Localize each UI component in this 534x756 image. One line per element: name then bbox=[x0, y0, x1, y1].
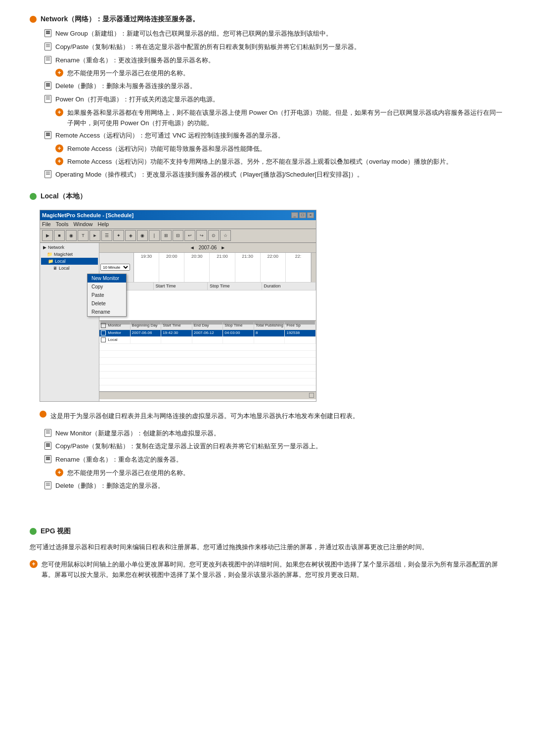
epg-section: EPG 视图 您可通过选择显示器和日程表时间来编辑日程表和注册屏幕。您可通过拖拽… bbox=[30, 527, 504, 580]
nav-prev[interactable]: ◄ bbox=[190, 245, 195, 250]
toolbar-btn-2[interactable]: ■ bbox=[54, 230, 65, 241]
page-icon bbox=[44, 56, 51, 64]
plus-icon: + bbox=[55, 157, 63, 165]
tree-item-local[interactable]: 📁Local bbox=[41, 258, 98, 265]
network-items: New Group（新建组）：新建可以包含已联网显示器的组。您可将已联网的显示器… bbox=[30, 29, 504, 180]
toolbar-btn-16[interactable]: ☆ bbox=[220, 230, 231, 241]
toolbar-btn-11[interactable]: ⊞ bbox=[161, 230, 172, 241]
window-title: MagicNetPro Schedule - [Schedule] bbox=[42, 212, 134, 218]
schedule-list-body bbox=[99, 290, 316, 320]
toolbar-btn-10[interactable]: | bbox=[149, 230, 160, 241]
item-text: New Monitor（新建显示器）：创建新的本地虚拟显示器。 bbox=[55, 428, 504, 439]
table-row bbox=[99, 358, 316, 365]
list-item: Rename（重命名）：重命名选定的服务器。 bbox=[40, 455, 504, 465]
window-titlebar: MagicNetPro Schedule - [Schedule] _ □ × bbox=[40, 210, 316, 220]
toolbar-btn-3[interactable]: ◉ bbox=[66, 230, 77, 241]
window-controls[interactable]: _ □ × bbox=[291, 212, 314, 218]
table-row bbox=[99, 365, 316, 372]
close-button[interactable]: × bbox=[307, 212, 314, 218]
page-icon bbox=[44, 442, 51, 450]
time-slot: 22:00 bbox=[261, 253, 286, 282]
menu-help[interactable]: Help bbox=[98, 221, 109, 227]
item-text: 如果服务器和显示器都在专用网络上，则不能在该显示器上使用 Power On（打开… bbox=[67, 108, 504, 129]
item-text: Remote Access（远程访问）：您可通过 VNC 远程控制连接到服务器的… bbox=[55, 131, 504, 141]
toolbar-btn-14[interactable]: ↪ bbox=[196, 230, 207, 241]
toolbar-btn-5[interactable]: ► bbox=[89, 230, 100, 241]
item-text: 您不能使用另一个显示器已在使用的名称。 bbox=[67, 468, 504, 478]
menu-file[interactable]: File bbox=[42, 221, 51, 227]
epg-intro-text: 您可通过选择显示器和日程表时间来编辑日程表和注册屏幕。您可通过拖拽操作来移动已注… bbox=[30, 543, 428, 551]
item-text: Delete（删除）：删除选定的显示器。 bbox=[55, 481, 504, 491]
checkbox-icon bbox=[101, 337, 106, 342]
cell-monitor: Local bbox=[99, 337, 131, 343]
local-items: New Monitor（新建显示器）：创建新的本地虚拟显示器。 Copy/Pas… bbox=[30, 428, 504, 491]
list-item: + 您不能使用另一个显示器已在使用的名称。 bbox=[40, 468, 504, 478]
epg-bullet-icon bbox=[30, 528, 37, 535]
time-grid: 10 Minute 30 Minute 19:30 20:00 20:30 21… bbox=[99, 253, 316, 283]
plus-icon: + bbox=[55, 144, 63, 152]
toolbar-btn-12[interactable]: ⊟ bbox=[173, 230, 183, 241]
context-menu-item-copy[interactable]: Copy bbox=[88, 283, 126, 291]
table-row[interactable]: Monitor 2007-06-06 19:42:30 2007-06-12 0… bbox=[99, 330, 316, 337]
page-icon bbox=[44, 429, 51, 437]
toolbar-btn-6[interactable]: ☰ bbox=[101, 230, 112, 241]
window-body: ▶Network 📁MagicNet 📁Local 🖥Local New Mon… bbox=[40, 243, 316, 401]
time-interval-select[interactable]: 10 Minute 30 Minute bbox=[100, 264, 130, 271]
bt-col-monitor: Monitor bbox=[99, 322, 131, 330]
local-header: Local（本地） bbox=[30, 192, 504, 201]
list-item: Delete（删除）：删除选定的显示器。 bbox=[40, 481, 504, 491]
context-menu-item-delete[interactable]: Delete bbox=[88, 299, 126, 308]
page-icon bbox=[44, 29, 51, 37]
table-row[interactable]: Local bbox=[99, 337, 316, 344]
resize-handle[interactable] bbox=[309, 393, 314, 398]
list-item: + 您不能使用另一个显示器已在使用的名称。 bbox=[40, 68, 504, 79]
plus-icon: + bbox=[55, 469, 63, 476]
item-text: Power On（打开电源）：打开或关闭选定显示器的电源。 bbox=[55, 94, 504, 105]
context-menu-item-rename[interactable]: Rename bbox=[88, 308, 126, 316]
cell-stop: 04:03:00 bbox=[223, 330, 254, 336]
item-text: Rename（重命名）：重命名选定的服务器。 bbox=[55, 455, 504, 465]
epg-note-text: 您可使用鼠标以时间轴上的最小单位更改屏幕时间。您可更改列表视图中的详细时间。如果… bbox=[42, 560, 504, 580]
item-text: New Group（新建组）：新建可以包含已联网显示器的组。您可将已联网的显示器… bbox=[55, 29, 504, 39]
list-item: + Remote Access（远程访问）功能不支持专用网络上的显示器。另外，您… bbox=[40, 157, 504, 167]
list-item: New Group（新建组）：新建可以包含已联网显示器的组。您可将已联网的显示器… bbox=[40, 29, 504, 39]
spacer bbox=[30, 495, 504, 515]
scroll-bar-h[interactable] bbox=[311, 253, 316, 282]
toolbar-btn-1[interactable]: ▶ bbox=[42, 230, 53, 241]
tree-magicnet-label: MagicNet bbox=[54, 252, 73, 257]
toolbar-btn-7[interactable]: ✦ bbox=[113, 230, 124, 241]
bt-col-stop: Stop Time bbox=[223, 322, 254, 330]
toolbar-btn-8[interactable]: ◈ bbox=[125, 230, 136, 241]
toolbar-btn-13[interactable]: ↩ bbox=[184, 230, 195, 241]
maximize-button[interactable]: □ bbox=[299, 212, 306, 218]
nav-next[interactable]: ► bbox=[221, 245, 225, 250]
cell-size: 8 bbox=[254, 330, 285, 336]
minimize-button[interactable]: _ bbox=[291, 212, 298, 218]
tree-item-network[interactable]: ▶Network bbox=[41, 244, 98, 251]
item-text: Copy/Paste（复制/粘贴）：将在选定显示器中配置的所有日程表复制到剪贴板… bbox=[55, 42, 504, 52]
local-desc-text: 这是用于为显示器创建日程表并且未与网络连接的虚拟显示器。可为本地显示器执行本地发… bbox=[50, 411, 359, 422]
time-slots: 19:30 20:00 20:30 21:00 21:30 22:00 22: bbox=[134, 253, 311, 282]
menu-window[interactable]: Window bbox=[73, 221, 92, 227]
schedule-list-header: Name Start Time Stop Time Duration bbox=[99, 283, 316, 290]
toolbar-btn-9[interactable]: ◉ bbox=[137, 230, 148, 241]
page-icon bbox=[44, 82, 51, 90]
tree-item-magicnet[interactable]: 📁MagicNet bbox=[41, 251, 98, 258]
local-description: 这是用于为显示器创建日程表并且未与网络连接的虚拟显示器。可为本地显示器执行本地发… bbox=[30, 411, 504, 422]
toolbar: ▶ ■ ◉ T ► ☰ ✦ ◈ ◉ | ⊞ ⊟ ↩ ↪ ⊙ ☆ bbox=[40, 229, 316, 243]
context-menu-item-new-monitor[interactable]: New Monitor bbox=[88, 274, 126, 283]
cell-size bbox=[254, 337, 285, 343]
list-item: Copy/Paste（复制/粘贴）：复制在选定显示器上设置的日程表并将它们粘贴至… bbox=[40, 441, 504, 452]
network-title: Network（网络）：显示器通过网络连接至服务器。 bbox=[41, 15, 199, 24]
page-icon bbox=[44, 131, 51, 139]
bt-col-beg: Beginning Day bbox=[131, 322, 162, 330]
list-item: New Monitor（新建显示器）：创建新的本地虚拟显示器。 bbox=[40, 428, 504, 439]
cell-beg bbox=[131, 337, 162, 343]
toolbar-btn-4[interactable]: T bbox=[78, 230, 89, 241]
tree-item-local2[interactable]: 🖥Local bbox=[41, 265, 98, 272]
context-menu-item-paste[interactable]: Paste bbox=[88, 291, 126, 299]
col-stop: Stop Time bbox=[208, 283, 262, 290]
toolbar-btn-15[interactable]: ⊙ bbox=[208, 230, 219, 241]
tree-local-label: Local bbox=[55, 259, 66, 264]
menu-tools[interactable]: Tools bbox=[56, 221, 69, 227]
